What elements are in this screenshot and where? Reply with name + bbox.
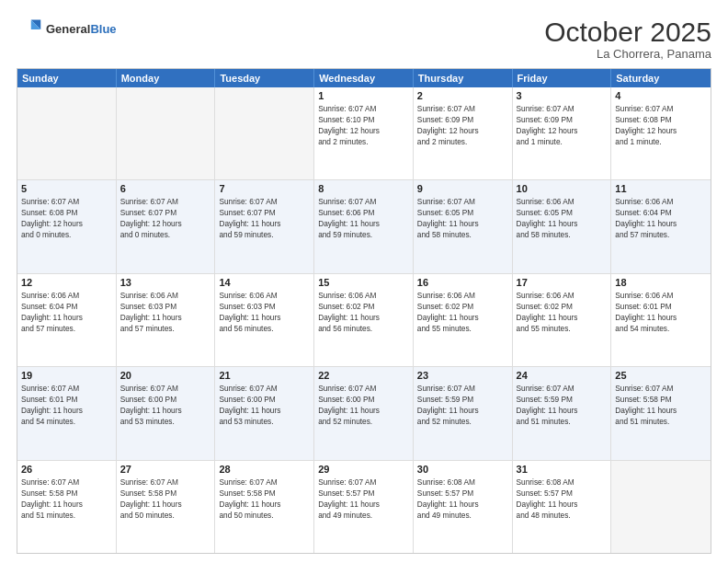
cell-line: Sunset: 6:07 PM bbox=[120, 207, 211, 218]
cell-line: Sunset: 6:02 PM bbox=[318, 301, 409, 312]
day-number: 23 bbox=[417, 370, 508, 381]
cell-line: and 56 minutes. bbox=[219, 323, 310, 334]
cell-line: Daylight: 11 hours bbox=[517, 499, 608, 510]
cell-line: and 58 minutes. bbox=[517, 229, 608, 240]
day-number: 31 bbox=[517, 464, 608, 475]
cell-line: Sunrise: 6:08 AM bbox=[417, 477, 508, 488]
cell-line: Sunrise: 6:06 AM bbox=[318, 290, 409, 301]
cell-line: Sunset: 5:59 PM bbox=[417, 394, 508, 405]
cell-line: Daylight: 11 hours bbox=[21, 499, 112, 510]
calendar: SundayMondayTuesdayWednesdayThursdayFrid… bbox=[17, 68, 711, 554]
cal-empty bbox=[611, 461, 711, 553]
page: GeneralBlue October 2025 La Chorrera, Pa… bbox=[0, 0, 728, 563]
cell-line: Sunset: 6:07 PM bbox=[219, 207, 310, 218]
cal-day-31: 31Sunrise: 6:08 AMSunset: 5:57 PMDayligh… bbox=[513, 461, 612, 553]
cell-line: Sunrise: 6:06 AM bbox=[120, 290, 211, 301]
cell-line: Sunset: 6:04 PM bbox=[615, 207, 707, 218]
day-number: 12 bbox=[21, 277, 112, 288]
day-number: 30 bbox=[417, 464, 508, 475]
cal-day-22: 22Sunrise: 6:07 AMSunset: 6:00 PMDayligh… bbox=[314, 367, 414, 459]
cal-day-5: 5Sunrise: 6:07 AMSunset: 6:08 PMDaylight… bbox=[17, 180, 117, 272]
cal-empty bbox=[17, 87, 117, 179]
cell-line: Sunrise: 6:07 AM bbox=[21, 383, 112, 394]
logo-text: GeneralBlue bbox=[46, 22, 117, 37]
header-day-wednesday: Wednesday bbox=[314, 69, 414, 87]
cell-line: Daylight: 11 hours bbox=[21, 312, 112, 323]
cell-line: Sunrise: 6:06 AM bbox=[417, 290, 508, 301]
cell-line: Daylight: 11 hours bbox=[219, 405, 310, 416]
calendar-row: 12Sunrise: 6:06 AMSunset: 6:04 PMDayligh… bbox=[17, 274, 711, 367]
cal-day-7: 7Sunrise: 6:07 AMSunset: 6:07 PMDaylight… bbox=[215, 180, 314, 272]
cell-line: Sunrise: 6:07 AM bbox=[318, 196, 409, 207]
cal-day-15: 15Sunrise: 6:06 AMSunset: 6:02 PMDayligh… bbox=[314, 274, 414, 366]
day-number: 9 bbox=[417, 183, 508, 194]
cell-line: and 55 minutes. bbox=[517, 323, 608, 334]
logo-general: General bbox=[46, 22, 90, 36]
cell-line: and 51 minutes. bbox=[21, 510, 112, 521]
title-block: October 2025 La Chorrera, Panama bbox=[544, 17, 711, 61]
cell-line: Sunrise: 6:08 AM bbox=[517, 477, 608, 488]
cal-day-21: 21Sunrise: 6:07 AMSunset: 6:00 PMDayligh… bbox=[215, 367, 314, 459]
cal-day-10: 10Sunrise: 6:06 AMSunset: 6:05 PMDayligh… bbox=[513, 180, 612, 272]
cal-day-18: 18Sunrise: 6:06 AMSunset: 6:01 PMDayligh… bbox=[611, 274, 711, 366]
cell-line: Daylight: 11 hours bbox=[219, 312, 310, 323]
cell-line: Sunrise: 6:07 AM bbox=[120, 196, 211, 207]
day-number: 3 bbox=[517, 90, 608, 101]
cell-line: and 49 minutes. bbox=[318, 510, 409, 521]
cell-line: Daylight: 11 hours bbox=[417, 218, 508, 229]
cell-line: Daylight: 11 hours bbox=[21, 405, 112, 416]
cell-line: and 48 minutes. bbox=[517, 510, 608, 521]
header-day-monday: Monday bbox=[117, 69, 216, 87]
cell-line: Sunset: 6:10 PM bbox=[318, 114, 409, 125]
day-number: 4 bbox=[615, 90, 707, 101]
cell-line: Daylight: 11 hours bbox=[517, 405, 608, 416]
cal-day-12: 12Sunrise: 6:06 AMSunset: 6:04 PMDayligh… bbox=[17, 274, 117, 366]
cell-line: Sunrise: 6:07 AM bbox=[120, 383, 211, 394]
day-number: 8 bbox=[318, 183, 409, 194]
cell-line: Sunset: 6:02 PM bbox=[417, 301, 508, 312]
cell-line: and 55 minutes. bbox=[417, 323, 508, 334]
cal-day-24: 24Sunrise: 6:07 AMSunset: 5:59 PMDayligh… bbox=[513, 367, 612, 459]
cal-day-20: 20Sunrise: 6:07 AMSunset: 6:00 PMDayligh… bbox=[117, 367, 216, 459]
cell-line: Sunrise: 6:07 AM bbox=[615, 383, 707, 394]
cell-line: Sunset: 6:08 PM bbox=[615, 114, 707, 125]
cell-line: Sunrise: 6:06 AM bbox=[615, 196, 707, 207]
day-number: 21 bbox=[219, 370, 310, 381]
cell-line: Daylight: 12 hours bbox=[21, 218, 112, 229]
cell-line: Daylight: 11 hours bbox=[417, 312, 508, 323]
cell-line: Daylight: 11 hours bbox=[517, 218, 608, 229]
cal-day-25: 25Sunrise: 6:07 AMSunset: 5:58 PMDayligh… bbox=[611, 367, 711, 459]
calendar-row: 5Sunrise: 6:07 AMSunset: 6:08 PMDaylight… bbox=[17, 180, 711, 273]
day-number: 27 bbox=[120, 464, 211, 475]
cell-line: and 57 minutes. bbox=[615, 229, 707, 240]
cell-line: and 49 minutes. bbox=[417, 510, 508, 521]
cell-line: Daylight: 12 hours bbox=[120, 218, 211, 229]
cell-line: Sunset: 5:57 PM bbox=[417, 488, 508, 499]
day-number: 20 bbox=[120, 370, 211, 381]
cell-line: Daylight: 11 hours bbox=[517, 312, 608, 323]
cell-line: and 52 minutes. bbox=[318, 416, 409, 427]
cell-line: Sunrise: 6:06 AM bbox=[21, 290, 112, 301]
location: La Chorrera, Panama bbox=[544, 47, 711, 61]
cell-line: and 0 minutes. bbox=[21, 229, 112, 240]
cell-line: Daylight: 12 hours bbox=[318, 125, 409, 136]
cell-line: Sunset: 6:03 PM bbox=[120, 301, 211, 312]
cell-line: Daylight: 11 hours bbox=[120, 405, 211, 416]
cell-line: Daylight: 11 hours bbox=[120, 499, 211, 510]
cell-line: and 59 minutes. bbox=[219, 229, 310, 240]
cell-line: Sunrise: 6:06 AM bbox=[517, 290, 608, 301]
day-number: 14 bbox=[219, 277, 310, 288]
cell-line: Sunset: 6:00 PM bbox=[219, 394, 310, 405]
cal-day-8: 8Sunrise: 6:07 AMSunset: 6:06 PMDaylight… bbox=[314, 180, 414, 272]
cell-line: Sunset: 6:03 PM bbox=[219, 301, 310, 312]
logo-blue: Blue bbox=[90, 22, 116, 36]
cal-day-6: 6Sunrise: 6:07 AMSunset: 6:07 PMDaylight… bbox=[117, 180, 216, 272]
cell-line: and 57 minutes. bbox=[21, 323, 112, 334]
day-number: 22 bbox=[318, 370, 409, 381]
day-number: 29 bbox=[318, 464, 409, 475]
cell-line: Sunset: 6:01 PM bbox=[615, 301, 707, 312]
cell-line: and 1 minute. bbox=[615, 136, 707, 147]
cal-day-27: 27Sunrise: 6:07 AMSunset: 5:58 PMDayligh… bbox=[117, 461, 216, 553]
cell-line: Daylight: 11 hours bbox=[615, 312, 707, 323]
cell-line: Daylight: 11 hours bbox=[615, 218, 707, 229]
